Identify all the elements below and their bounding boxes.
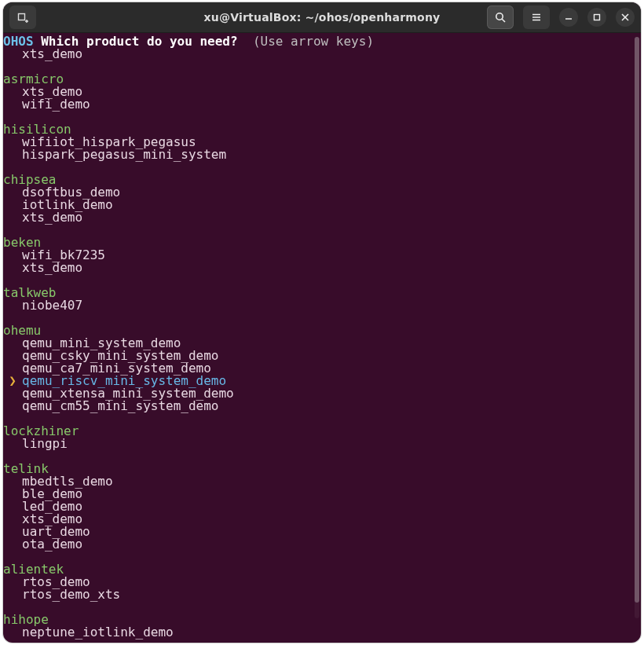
product-item[interactable]: qemu_cm55_mini_system_demo	[3, 400, 641, 412]
product-item[interactable]: xts_demo	[3, 513, 641, 526]
product-item[interactable]: led_demo	[3, 500, 641, 513]
product-label: wifi_demo	[22, 97, 90, 112]
svg-line-4	[502, 19, 505, 22]
product-item[interactable]: uart_demo	[3, 526, 641, 538]
blank-line	[3, 111, 641, 123]
product-label: lingpi	[22, 436, 68, 451]
product-item[interactable]: rtos_demo_xts	[3, 588, 641, 601]
product-label: niobe407	[22, 298, 82, 313]
blank-line	[3, 161, 641, 174]
vendor-heading: asrmicro	[3, 73, 641, 86]
prompt-hint: (Use arrow keys)	[253, 34, 374, 49]
product-item[interactable]: xts_demo	[3, 86, 641, 98]
product-item[interactable]: wifi_demo	[3, 98, 641, 111]
hamburger-menu-button[interactable]	[523, 5, 550, 29]
vendor-heading: talkweb	[3, 287, 641, 299]
search-button[interactable]	[487, 5, 514, 29]
product-item[interactable]: lingpi	[3, 438, 641, 450]
minimize-button[interactable]	[559, 8, 578, 27]
blank-line	[3, 312, 641, 324]
blank-line	[3, 412, 641, 425]
product-label: hispark_pegasus_mini_system	[22, 147, 226, 162]
product-item[interactable]: wifi_bk7235	[3, 249, 641, 262]
product-item[interactable]: ble_demo	[3, 488, 641, 500]
vendor-heading: alientek	[3, 563, 641, 576]
product-item[interactable]: niobe407	[3, 299, 641, 312]
product-label: xts_demo	[22, 210, 82, 225]
product-item[interactable]: ota_demo	[3, 538, 641, 551]
product-label: rtos_demo_xts	[22, 587, 120, 602]
product-label: xts_demo	[22, 46, 82, 61]
scrollbar-thumb[interactable]	[635, 37, 639, 603]
product-item[interactable]: xts_demo	[3, 211, 641, 224]
terminal-body[interactable]: OHOS Which product do you need? (Use arr…	[3, 32, 641, 643]
svg-rect-9	[595, 15, 600, 20]
blank-line	[3, 601, 641, 614]
product-label: xts_demo	[22, 260, 82, 275]
product-item[interactable]: neptune_iotlink_demo	[3, 626, 641, 639]
blank-line	[3, 224, 641, 236]
maximize-button[interactable]	[587, 8, 606, 27]
product-item[interactable]: xts_demo	[3, 48, 641, 60]
terminal-window: xu@VirtualBox: ~/ohos/openharmony OHOS W…	[3, 2, 641, 643]
blank-line	[3, 450, 641, 463]
product-label: ota_demo	[22, 537, 82, 552]
scrollbar[interactable]	[635, 37, 639, 618]
new-tab-button[interactable]	[9, 5, 36, 29]
product-label: qemu_cm55_mini_system_demo	[22, 398, 218, 413]
product-label: neptune_iotlink_demo	[22, 625, 174, 640]
blank-line	[3, 551, 641, 563]
blank-line	[3, 274, 641, 287]
svg-rect-0	[19, 14, 25, 20]
close-button[interactable]	[616, 8, 635, 27]
product-item[interactable]: hispark_pegasus_mini_system	[3, 148, 641, 161]
titlebar: xu@VirtualBox: ~/ohos/openharmony	[3, 2, 641, 33]
product-item[interactable]: iotlink_demo	[3, 199, 641, 211]
svg-point-3	[496, 13, 503, 20]
prompt-line: OHOS Which product do you need? (Use arr…	[3, 35, 641, 48]
blank-line	[3, 60, 641, 73]
product-item[interactable]: xts_demo	[3, 262, 641, 274]
selection-indicator-icon: ❯	[3, 375, 22, 387]
product-item[interactable]: mbedtls_demo	[3, 475, 641, 488]
vendor-heading: lockzhiner	[3, 425, 641, 438]
